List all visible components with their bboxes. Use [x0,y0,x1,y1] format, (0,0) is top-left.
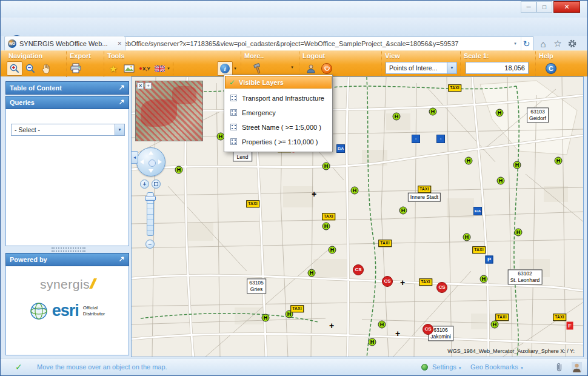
toc-pin-icon[interactable] [119,84,125,92]
map-marker-h[interactable]: H [491,321,499,329]
map-marker-h[interactable]: H [497,177,505,185]
attachment-icon[interactable] [556,362,563,374]
map-marker-h[interactable]: H [399,207,407,215]
overview-move-icon[interactable]: + [145,82,152,89]
map-marker-taxi[interactable]: TAXI [290,305,304,312]
geo-bookmarks-menu[interactable]: Geo Bookmarks▼ [470,363,524,371]
map-marker-h[interactable]: H [465,157,473,165]
layer-menu-item[interactable]: Transport and Infrastructure [225,91,332,106]
map-marker-taxi[interactable]: TAXI [419,278,432,286]
zoom-out-tool[interactable] [22,61,38,76]
print-tool[interactable] [68,61,84,76]
layer-menu-item[interactable]: Emergency [225,106,332,120]
favorites-icon[interactable]: ☆ [551,38,564,50]
map-marker-taxi[interactable]: TAXI [495,314,509,321]
logout-button[interactable] [319,61,335,76]
map-marker-p[interactable]: P [486,256,493,264]
map-marker-h[interactable]: H [351,187,359,195]
zoom-in-tool[interactable] [7,61,22,76]
view-select[interactable]: Points of Intere... ▼ [386,62,457,74]
tab-close-icon[interactable]: ✕ [117,41,122,47]
visible-layers-dropdown-icon[interactable]: ▼ [233,67,237,70]
layer-menu-item[interactable]: Properties ( >= 1:10,000 ) [225,135,332,149]
map-marker-cs[interactable]: CS [353,264,364,275]
map-marker-f[interactable]: F [567,322,573,330]
gear-icon[interactable] [566,38,579,50]
map-marker-plus[interactable]: + [312,190,316,198]
map-marker-taxi[interactable]: TAXI [322,213,335,220]
map-marker-taxi[interactable]: TAXI [378,240,392,247]
map-marker-h[interactable]: H [393,113,401,121]
map-marker-sq[interactable]: ▫ [412,135,420,143]
language-dropdown-icon[interactable]: ▼ [167,67,170,70]
map-marker-plus[interactable]: + [395,329,400,338]
pan-control[interactable] [136,147,165,176]
powered-panel-header[interactable]: Powered by [5,253,129,266]
pan-west-icon[interactable] [140,159,144,164]
more-dropdown-icon[interactable]: ▼ [290,65,294,69]
user-avatar[interactable] [572,362,582,374]
toc-panel-header[interactable]: Table of Content [5,81,129,95]
coordinates-tool[interactable]: X,Y [137,61,153,76]
map-marker-h[interactable]: H [496,109,504,117]
export-image-tool[interactable] [121,61,137,76]
pan-south-icon[interactable] [149,169,153,173]
map-marker-h[interactable]: H [322,163,330,170]
queries-select-arrow-icon[interactable]: ▼ [115,124,124,135]
language-flag-tool[interactable] [153,61,166,76]
zoom-slider-handle[interactable] [145,196,156,201]
pan-east-icon[interactable] [158,159,162,164]
map-marker-sq[interactable]: E/A [473,207,482,215]
visible-layers-tool[interactable]: i [217,61,233,76]
map-marker-taxi[interactable]: TAXI [418,186,431,193]
map-marker-h[interactable]: H [480,275,488,283]
map-marker-cs[interactable]: CS [423,324,433,335]
map-marker-h[interactable]: H [515,229,523,237]
zoom-slider[interactable] [147,192,154,236]
settings-menu[interactable]: Settings▼ [432,363,462,371]
browser-tab[interactable]: wO SYNERGIS WebOffice Web... ✕ [4,36,125,50]
pan-tool[interactable] [38,61,54,76]
map-marker-taxi[interactable]: TAXI [472,246,486,253]
map-marker-sq[interactable]: ▫ [436,135,445,143]
zoom-in-button[interactable]: + [140,180,149,189]
queries-pin-icon[interactable] [119,99,125,106]
map-marker-h[interactable]: H [555,157,563,165]
layer-menu-item[interactable]: Street Name ( >= 1:5,000 ) [225,120,332,135]
maximize-button[interactable]: □ [536,1,552,13]
queries-select[interactable]: - Select - ▼ [11,124,125,136]
map-marker-h[interactable]: H [175,166,183,174]
pan-north-icon[interactable] [149,151,153,155]
map-marker-cs[interactable]: CS [436,282,447,293]
queries-panel-header[interactable]: Queries [5,96,129,109]
url-text[interactable]: http://w-ws-wintner/WebOffice/synserver?… [60,40,510,47]
overview-map[interactable]: ✕ + [135,81,203,141]
map-marker-sq[interactable]: E/A [336,144,345,153]
close-button[interactable]: ✕ [553,1,580,13]
map-marker-taxi[interactable]: TAXI [553,314,566,321]
map-marker-plus[interactable]: + [329,321,334,330]
zoom-out-button[interactable]: − [145,240,155,249]
map-marker-h[interactable]: H [429,108,437,116]
panel-splitter[interactable] [52,247,85,252]
map-marker-h[interactable]: H [463,233,471,241]
more-tools-button[interactable] [250,61,266,76]
map-marker-h[interactable]: H [329,246,336,254]
map-marker-taxi[interactable]: TAXI [246,200,259,207]
map-marker-h[interactable]: H [262,314,270,322]
overview-close-icon[interactable]: ✕ [137,82,144,89]
home-icon[interactable]: ⌂ [536,38,550,50]
map-marker-cs[interactable]: CS [382,276,393,287]
help-button[interactable]: C [543,61,559,76]
map-marker-h[interactable]: H [322,223,330,230]
map-marker-taxi[interactable]: TAXI [448,84,461,92]
map-marker-plus[interactable]: + [400,278,405,287]
zoom-extent-button[interactable] [152,180,161,189]
refresh-icon[interactable]: ↻ [521,37,532,50]
poi-star-tool[interactable]: ★ [105,61,121,76]
map-marker-h[interactable]: H [378,321,386,329]
map-area[interactable]: HHHHHHHHHHHHHHHHHHHHHHHHTAXITAXITAXITAXI… [131,76,584,357]
sidebar-collapse-handle[interactable]: ◂ [132,151,138,164]
minimize-button[interactable]: ─ [521,1,536,13]
map-marker-h[interactable]: H [369,338,376,346]
